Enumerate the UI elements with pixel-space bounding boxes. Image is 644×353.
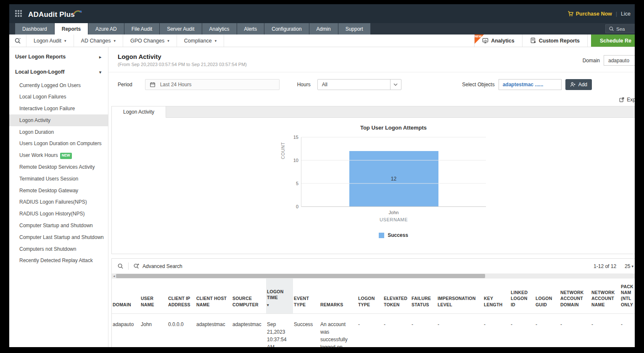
advanced-search-button[interactable]: Advanced Search bbox=[133, 263, 182, 269]
top-tab[interactable]: Server Audit bbox=[160, 23, 201, 35]
chart-bar[interactable]: 12 bbox=[349, 151, 438, 207]
table-column-header[interactable]: SOURCE COMPUTER bbox=[232, 279, 266, 313]
export-button[interactable]: Exp bbox=[108, 97, 635, 103]
table-column-header[interactable]: EVENT TYPE bbox=[293, 279, 319, 313]
top-tab[interactable]: Configuration bbox=[264, 23, 309, 35]
custom-reports-button[interactable]: Custom Reports bbox=[522, 35, 588, 47]
table-column-header[interactable]: PACK NAM (NTL ONLY bbox=[620, 279, 635, 313]
sidebar-item[interactable]: Logon Duration bbox=[9, 126, 108, 138]
sidebar-item[interactable]: Computers not Shutdown bbox=[9, 243, 108, 255]
scroll-left-arrow[interactable]: ◂ bbox=[113, 273, 115, 279]
app-logo[interactable]: ADAudit Plus bbox=[28, 9, 82, 19]
toolbar-divider bbox=[128, 263, 129, 270]
table-column-header[interactable]: DOMAIN bbox=[112, 279, 140, 313]
table-column-header[interactable]: LOGON TIME ▾ bbox=[266, 279, 293, 313]
top-tab[interactable]: Support bbox=[338, 23, 370, 35]
top-tab[interactable]: Reports bbox=[55, 23, 88, 35]
column-label: DOMAIN bbox=[113, 302, 131, 307]
table-column-header[interactable]: FAILURE STATUS bbox=[411, 279, 437, 313]
select-objects-input[interactable]: adaptestmac ...... bbox=[499, 79, 562, 90]
table-column-header[interactable]: ELEVATED TOKEN bbox=[383, 279, 411, 313]
domain-select[interactable]: adapauto bbox=[604, 55, 635, 66]
y-axis-label: COUNT bbox=[280, 142, 285, 159]
sidebar-item[interactable]: Users Logon Duration on Computers bbox=[9, 138, 108, 150]
sidebar-item[interactable]: Computer Startup and Shutdown bbox=[9, 220, 108, 232]
table-column-header[interactable]: LINKED LOGON ID bbox=[510, 279, 535, 313]
tab-logon-activity[interactable]: Logon Activity bbox=[112, 106, 166, 118]
top-tab[interactable]: Azure AD bbox=[88, 23, 124, 35]
table-column-header[interactable]: CLIENT IP ADDRESS bbox=[167, 279, 195, 313]
analytics-button[interactable]: NEW Analytics bbox=[474, 35, 522, 47]
top-tab[interactable]: Admin bbox=[309, 23, 338, 35]
purchase-now-link[interactable]: Purchase Now bbox=[567, 11, 612, 17]
subnav-menu[interactable]: Compliance ▾ bbox=[177, 35, 224, 47]
sidebar-item[interactable]: Currently Logged On Users bbox=[9, 80, 108, 91]
tab-label: Azure AD bbox=[95, 26, 117, 32]
search-placeholder: Sea bbox=[616, 27, 625, 32]
new-badge: NEW bbox=[60, 153, 72, 159]
gridline bbox=[301, 137, 486, 138]
page-size-select[interactable]: 25 ▾ bbox=[625, 263, 633, 269]
chart-panel: Logon Activity Top User Logon Attempts C… bbox=[111, 106, 635, 254]
tab-label: Dashboard bbox=[22, 26, 47, 32]
sidebar-group[interactable]: Local Logon-Logoff ▾ bbox=[9, 64, 108, 80]
table-column-header[interactable]: KEY LENGTH bbox=[483, 279, 510, 313]
table-column-header[interactable]: LOGON GUID bbox=[535, 279, 560, 313]
chart-legend[interactable]: Success bbox=[301, 232, 486, 238]
table-column-header[interactable]: NETWORK ACCOUNT NAME bbox=[591, 279, 620, 313]
column-label: ELEVATED TOKEN bbox=[384, 296, 407, 307]
license-link[interactable]: Lice bbox=[621, 11, 631, 17]
sidebar-item[interactable]: Computer Last Startup and Shutdown bbox=[9, 231, 108, 243]
sidebar-item[interactable]: Recently Detected Replay Attack bbox=[9, 255, 108, 267]
report-sub-nav: Logon Audit ▾ AD Changes ▾ GPO Changes ▾… bbox=[9, 35, 635, 47]
table-column-header[interactable]: USER NAME bbox=[140, 279, 167, 313]
add-objects-button[interactable]: Add bbox=[565, 79, 592, 90]
sidebar-item[interactable]: Logon Activity bbox=[9, 114, 108, 126]
sidebar-item[interactable]: Interactive Logon Failure bbox=[9, 103, 108, 115]
sidebar-item[interactable]: User Work HoursNEW bbox=[9, 150, 108, 162]
table-column-header[interactable]: NETWORK ACCOUNT DOMAIN bbox=[560, 279, 591, 313]
apps-grid-icon[interactable] bbox=[15, 10, 23, 18]
schedule-reports-button[interactable]: Schedule Re bbox=[591, 35, 635, 47]
hours-select[interactable]: All bbox=[317, 79, 401, 90]
page-size-value: 25 bbox=[625, 263, 630, 269]
subnav-menu[interactable]: AD Changes ▾ bbox=[74, 35, 123, 47]
table-cell: - bbox=[510, 313, 535, 347]
top-tab[interactable]: File Audit bbox=[124, 23, 159, 35]
report-search-button[interactable] bbox=[9, 35, 26, 47]
table-column-header[interactable]: REMARKS bbox=[319, 279, 357, 313]
chevron-down-icon bbox=[390, 80, 401, 90]
calendar-icon bbox=[150, 82, 156, 88]
column-label: FAILURE STATUS bbox=[412, 296, 431, 307]
sidebar-group[interactable]: User Logon Reports ▸ bbox=[9, 49, 108, 64]
subnav-menu[interactable]: Logon Audit ▾ bbox=[26, 35, 74, 47]
chart-bar-value: 12 bbox=[391, 176, 396, 182]
y-axis-tick: 10 bbox=[293, 158, 298, 163]
subnav-menu[interactable]: GPO Changes ▾ bbox=[123, 35, 177, 47]
sidebar-item[interactable]: Remote Desktop Services Activity bbox=[9, 162, 108, 173]
sidebar-item[interactable]: RADIUS Logon Failures(NPS) bbox=[9, 196, 108, 208]
table-column-header[interactable]: LOGON TYPE bbox=[357, 279, 383, 313]
pagination-range: 1-12 of 12 bbox=[594, 263, 616, 269]
sidebar-item[interactable]: RADIUS Logon History(NPS) bbox=[9, 208, 108, 220]
advanced-search-icon bbox=[133, 263, 140, 269]
top-tab[interactable]: Analytics bbox=[202, 23, 237, 35]
sidebar-item-label: User Work Hours bbox=[19, 152, 58, 158]
table-column-header[interactable]: IMPERSONATION LEVEL bbox=[437, 279, 483, 313]
sidebar-item[interactable]: Local Logon Failures bbox=[9, 91, 108, 103]
logo-swoosh-icon bbox=[72, 9, 82, 15]
sidebar-item[interactable]: Remote Desktop Gateway bbox=[9, 185, 108, 196]
table-row[interactable]: adapauto John 0.0.0.0 adaptestmac adapte… bbox=[112, 313, 635, 347]
table-column-header[interactable]: CLIENT HOST NAME bbox=[195, 279, 232, 313]
sidebar-item[interactable]: Terminated Users Session bbox=[9, 173, 108, 185]
top-bar: ADAudit Plus Purchase Now | Lice bbox=[9, 4, 635, 23]
hours-label: Hours bbox=[297, 82, 311, 88]
top-tab[interactable]: Alerts bbox=[237, 23, 264, 35]
sidebar-item-label: Logon Duration bbox=[19, 129, 54, 135]
top-tab[interactable]: Dashboard bbox=[15, 23, 54, 35]
scrollbar-thumb[interactable] bbox=[116, 274, 485, 278]
period-input[interactable]: Last 24 Hours bbox=[145, 79, 280, 90]
global-search-input[interactable]: Sea bbox=[605, 24, 635, 33]
expand-arrow-icon: ▸ bbox=[99, 55, 101, 59]
horizontal-scrollbar[interactable]: ◂ bbox=[112, 273, 635, 279]
